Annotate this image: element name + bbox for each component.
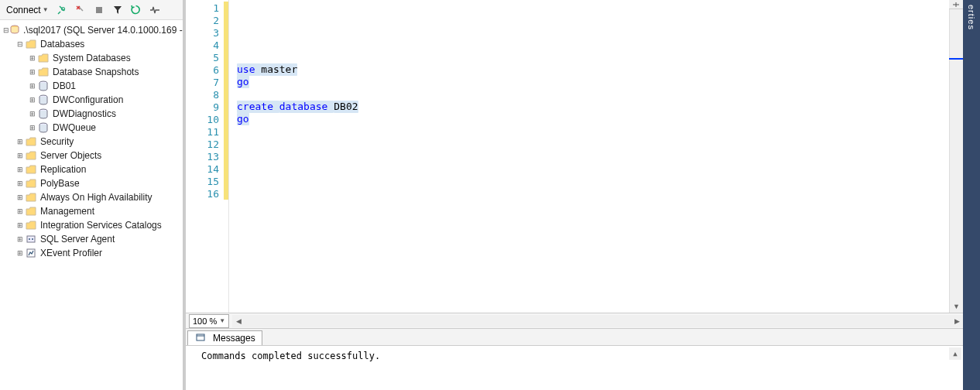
code-line[interactable]: [237, 187, 949, 200]
tree-node[interactable]: ⊞Always On High Availability: [2, 190, 181, 204]
collapse-icon[interactable]: ⊟: [15, 40, 25, 48]
tree-node-label: DWQueue: [53, 122, 101, 133]
tree-node-label: Replication: [40, 164, 91, 175]
code-line[interactable]: create database DB02: [237, 101, 949, 113]
code-editor[interactable]: 12345678910111213141516 use mastergocrea…: [186, 0, 963, 313]
tree-node[interactable]: ⊟.\sql2017 (SQL Server 14.0.1000.169 -: [2, 23, 181, 37]
tree-node[interactable]: ⊞DWQueue: [2, 121, 181, 135]
horizontal-scrollbar[interactable]: ◀ ▶: [232, 315, 963, 327]
tree-node[interactable]: ⊞Management: [2, 204, 181, 218]
expand-icon[interactable]: ⊞: [28, 110, 37, 118]
code-line[interactable]: [237, 162, 949, 175]
collapse-icon[interactable]: ⊟: [3, 26, 9, 34]
code-line[interactable]: [237, 14, 949, 26]
code-line[interactable]: [237, 88, 949, 101]
expand-icon[interactable]: ⊞: [15, 193, 25, 201]
code-line[interactable]: go: [237, 76, 949, 88]
code-line[interactable]: [237, 26, 949, 39]
editor-footer: 100 % ▼ ◀ ▶: [186, 313, 963, 328]
tree-node[interactable]: ⊞DWDiagnostics: [2, 107, 181, 121]
tree-node-label: Databases: [40, 39, 89, 50]
disconnect-icon[interactable]: [72, 2, 89, 19]
line-number: 4: [186, 39, 224, 51]
tree-node[interactable]: ⊞XEvent Profiler: [2, 246, 181, 260]
tree-node[interactable]: ⊞Security: [2, 135, 181, 149]
activity-icon[interactable]: [146, 2, 163, 19]
tree-node-label: DB01: [53, 80, 81, 91]
code-line[interactable]: [237, 2, 949, 14]
code-line[interactable]: [237, 39, 949, 51]
code-line[interactable]: use master: [237, 63, 949, 76]
code-line[interactable]: go: [237, 113, 949, 125]
folder-icon: [25, 207, 37, 216]
tree-node-label: .\sql2017 (SQL Server 14.0.1000.169 -: [23, 25, 183, 36]
scroll-left-icon[interactable]: ◀: [232, 315, 245, 327]
line-number: 13: [186, 151, 224, 162]
tree-node[interactable]: ⊞Replication: [2, 162, 181, 176]
change-marker: [224, 138, 228, 150]
expand-icon[interactable]: ⊞: [28, 54, 37, 62]
tab-messages[interactable]: Messages: [187, 330, 262, 345]
expand-icon[interactable]: ⊞: [15, 207, 25, 215]
tree-node-label: Management: [40, 206, 99, 217]
vertical-scrollbar[interactable]: ▲ ▼: [949, 0, 963, 313]
tree-node[interactable]: ⊟Databases: [2, 37, 181, 51]
scroll-up-icon[interactable]: ▲: [949, 347, 961, 360]
expand-icon[interactable]: ⊞: [28, 82, 37, 90]
line-number: 5: [186, 52, 224, 63]
code-token: database: [279, 101, 334, 113]
explorer-toolbar: Connect ▼: [0, 0, 183, 20]
svg-rect-7: [27, 236, 35, 242]
expand-icon[interactable]: ⊞: [15, 138, 25, 145]
change-marker: [224, 51, 228, 63]
code-line[interactable]: [237, 138, 949, 150]
tab-messages-label: Messages: [213, 333, 255, 344]
zoom-combo[interactable]: 100 % ▼: [189, 314, 229, 328]
tree-node[interactable]: ⊞System Databases: [2, 51, 181, 65]
tree-node[interactable]: ⊞SQL Server Agent: [2, 232, 181, 246]
refresh-icon[interactable]: [128, 2, 145, 19]
expand-icon[interactable]: ⊞: [15, 235, 25, 243]
expand-icon[interactable]: ⊞: [15, 221, 25, 229]
filter-icon[interactable]: [109, 2, 126, 19]
scroll-down-icon[interactable]: ▼: [950, 300, 963, 313]
tree-node[interactable]: ⊞PolyBase: [2, 176, 181, 190]
stop-icon[interactable]: [91, 2, 108, 19]
expand-icon[interactable]: ⊞: [28, 68, 37, 76]
line-number: 11: [186, 126, 224, 138]
code-line[interactable]: [237, 125, 949, 138]
tree-node[interactable]: ⊞DWConfiguration: [2, 93, 181, 107]
explorer-tree[interactable]: ⊟.\sql2017 (SQL Server 14.0.1000.169 -⊟D…: [0, 20, 183, 390]
change-marker: [224, 150, 228, 162]
line-number: 2: [186, 15, 224, 26]
code-surface[interactable]: use mastergocreate database DB02go: [229, 0, 949, 313]
messages-icon: [194, 334, 207, 343]
db-icon: [37, 108, 50, 119]
expand-icon[interactable]: ⊞: [15, 152, 25, 159]
tree-node[interactable]: ⊞DB01: [2, 79, 181, 93]
tree-node[interactable]: ⊞Integration Services Catalogs: [2, 218, 181, 232]
code-line[interactable]: [237, 150, 949, 162]
split-editor-icon[interactable]: [949, 0, 963, 9]
properties-tab[interactable]: erties: [963, 0, 980, 390]
tree-node[interactable]: ⊞Server Objects: [2, 149, 181, 162]
expand-icon[interactable]: ⊞: [15, 166, 25, 173]
scroll-right-icon[interactable]: ▶: [951, 315, 963, 327]
expand-icon[interactable]: ⊞: [15, 180, 25, 187]
expand-icon[interactable]: ⊞: [15, 249, 25, 257]
expand-icon[interactable]: ⊞: [28, 96, 37, 104]
code-line[interactable]: [237, 175, 949, 187]
expand-icon[interactable]: ⊞: [28, 124, 37, 132]
connect-icon[interactable]: [53, 2, 70, 19]
change-marker: [224, 14, 228, 26]
change-marker: [224, 63, 228, 76]
properties-tab-label: erties: [967, 5, 976, 30]
code-line[interactable]: [237, 51, 949, 63]
agent-icon: [25, 234, 37, 245]
change-marker: [224, 26, 228, 39]
editor-area: 12345678910111213141516 use mastergocrea…: [186, 0, 963, 390]
line-number: 8: [186, 89, 224, 101]
messages-pane[interactable]: Commands completed successfully. ▲: [186, 345, 963, 390]
connect-dropdown[interactable]: Connect ▼: [3, 3, 52, 17]
tree-node[interactable]: ⊞Database Snapshots: [2, 65, 181, 79]
